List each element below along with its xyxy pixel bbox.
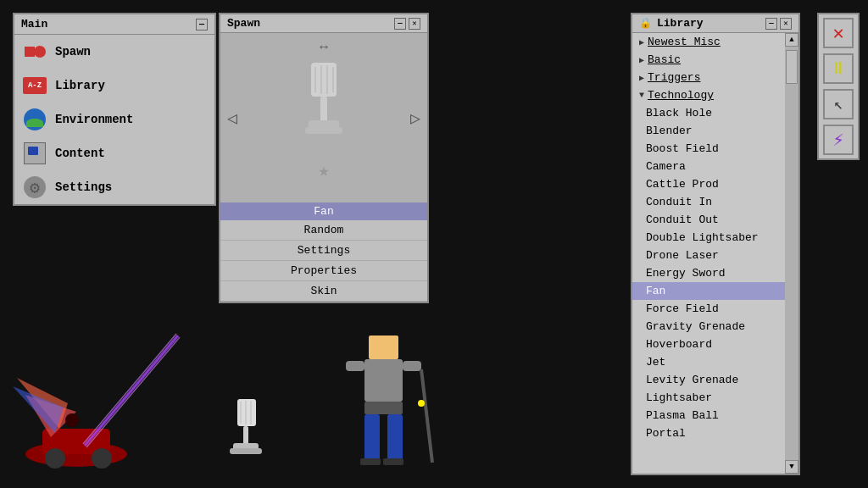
category-newest-misc[interactable]: ▶ Newest Misc (632, 33, 798, 51)
close-icon: ✕ (832, 22, 843, 45)
svg-point-10 (25, 441, 127, 467)
spawn-next-btn[interactable]: ▷ (410, 108, 420, 129)
menu-label-library: Library (55, 79, 105, 92)
lib-item-levity-grenade[interactable]: Levity Grenade (632, 371, 798, 389)
spawn-item-name: Fan (220, 202, 427, 220)
svg-rect-26 (233, 443, 259, 450)
lib-item-conduit-in[interactable]: Conduit In (632, 193, 798, 211)
main-panel-titlebar: Main — (14, 14, 214, 35)
library-icon: A-Z (23, 74, 47, 97)
svg-point-12 (45, 448, 65, 469)
spawn-panel: Spawn — ✕ ↔ ◁ ▷ ★ Fan Random Settings P (219, 13, 429, 303)
spawn-random-btn[interactable]: Random (220, 220, 427, 241)
lightning-tool-btn[interactable]: ⚡ (823, 125, 854, 155)
lib-item-plasma-ball[interactable]: Plasma Ball (632, 407, 798, 424)
category-triggers[interactable]: ▶ Triggers (632, 69, 798, 86)
menu-item-environment[interactable]: Environment (14, 103, 214, 136)
svg-rect-30 (346, 361, 364, 371)
svg-rect-7 (320, 97, 327, 122)
lib-item-double-lightsaber[interactable]: Double Lightsaber (632, 229, 798, 247)
menu-item-settings[interactable]: Settings (14, 170, 214, 204)
menu-label-settings: Settings (55, 180, 112, 194)
svg-rect-32 (364, 402, 403, 414)
content-icon (23, 141, 47, 165)
category-technology[interactable]: ▼ Technology (632, 86, 798, 104)
svg-line-37 (421, 369, 432, 463)
svg-line-15 (83, 334, 176, 444)
library-scroll-area[interactable]: ▶ Newest Misc ▶ Basic ▶ Triggers ▼ Techn… (632, 33, 798, 474)
library-scrollbar: ▲ ▼ (785, 33, 798, 474)
newest-misc-label: Newest Misc (648, 36, 721, 48)
main-panel: Main — Spawn A-Z Library Environment Con… (13, 13, 216, 206)
pause-icon: ⏸ (830, 58, 847, 79)
lightning-icon: ⚡ (832, 129, 843, 152)
pause-tool-btn[interactable]: ⏸ (823, 53, 854, 84)
technology-arrow: ▼ (639, 91, 644, 100)
library-lock-icon: 🔒 (639, 17, 652, 30)
library-content: ▶ Newest Misc ▶ Basic ▶ Triggers ▼ Techn… (632, 33, 798, 474)
main-panel-minimize[interactable]: — (196, 19, 208, 30)
menu-item-content[interactable]: Content (14, 136, 214, 170)
menu-item-library[interactable]: A-Z Library (14, 69, 214, 103)
spawn-icon (23, 40, 47, 64)
svg-marker-18 (17, 378, 68, 429)
favorite-star[interactable]: ★ (318, 159, 329, 182)
scene-fan-object (225, 395, 267, 471)
fan-preview-image (298, 54, 349, 156)
basic-label: Basic (648, 53, 681, 66)
spawn-close-btn[interactable]: ✕ (409, 18, 420, 30)
svg-point-20 (65, 413, 79, 427)
svg-rect-27 (230, 448, 262, 454)
svg-rect-21 (237, 399, 256, 426)
spawn-prev-btn[interactable]: ◁ (227, 108, 237, 129)
scroll-down-btn[interactable]: ▼ (785, 460, 798, 474)
weapon-effect (8, 310, 195, 480)
lib-item-gravity-grenade[interactable]: Gravity Grenade (632, 318, 798, 336)
lib-item-fan[interactable]: Fan (632, 282, 798, 300)
spawn-titlebar: Spawn — ✕ (220, 14, 427, 33)
lib-item-boost-field[interactable]: Boost Field (632, 140, 798, 158)
lib-item-drone-laser[interactable]: Drone Laser (632, 247, 798, 264)
svg-rect-35 (360, 458, 381, 465)
swap-arrows-icon: ↔ (320, 40, 328, 55)
right-toolbar: ✕ ⏸ ↖ ⚡ (817, 13, 860, 160)
spawn-properties-btn[interactable]: Properties (220, 261, 427, 281)
lib-item-lightsaber[interactable]: Lightsaber (632, 389, 798, 407)
lib-item-force-field[interactable]: Force Field (632, 300, 798, 318)
svg-rect-29 (364, 359, 403, 402)
svg-marker-19 (13, 386, 64, 433)
lib-item-black-hole[interactable]: Black Hole (632, 104, 798, 122)
library-panel: 🔒 Library — ✕ ▶ Newest Misc ▶ Basic ▶ Tr… (631, 13, 800, 475)
stickman-character (339, 327, 441, 480)
svg-rect-31 (403, 361, 421, 371)
spawn-skin-btn[interactable]: Skin (220, 281, 427, 302)
lib-item-conduit-out[interactable]: Conduit Out (632, 211, 798, 229)
scroll-thumb[interactable] (786, 50, 798, 84)
category-basic[interactable]: ▶ Basic (632, 51, 798, 69)
library-close-btn[interactable]: ✕ (780, 18, 792, 30)
library-minimize-btn[interactable]: — (765, 18, 777, 30)
cursor-icon: ↖ (834, 95, 843, 114)
lib-item-camera[interactable]: Camera (632, 158, 798, 175)
svg-rect-25 (243, 426, 248, 445)
scroll-up-btn[interactable]: ▲ (785, 33, 798, 47)
newest-misc-arrow: ▶ (639, 37, 644, 47)
lib-item-cattle-prod[interactable]: Cattle Prod (632, 175, 798, 193)
spawn-minimize-btn[interactable]: — (394, 18, 406, 30)
spawn-preview: ↔ ◁ ▷ ★ (220, 33, 427, 202)
lib-item-blender[interactable]: Blender (632, 122, 798, 140)
cursor-tool-btn[interactable]: ↖ (823, 89, 854, 119)
spawn-settings-btn[interactable]: Settings (220, 241, 427, 261)
lib-item-jet[interactable]: Jet (632, 353, 798, 371)
lib-item-portal[interactable]: Portal (632, 424, 798, 442)
basic-arrow: ▶ (639, 55, 644, 65)
triggers-arrow: ▶ (639, 73, 644, 83)
close-tool-btn[interactable]: ✕ (823, 18, 854, 48)
lib-item-energy-sword[interactable]: Energy Sword (632, 264, 798, 282)
svg-rect-9 (305, 127, 342, 134)
lib-item-hoverboard[interactable]: Hoverboard (632, 336, 798, 353)
menu-item-spawn[interactable]: Spawn (14, 35, 214, 69)
library-panel-title: Library (657, 17, 704, 30)
main-panel-title: Main (21, 18, 47, 30)
svg-rect-36 (383, 458, 403, 465)
